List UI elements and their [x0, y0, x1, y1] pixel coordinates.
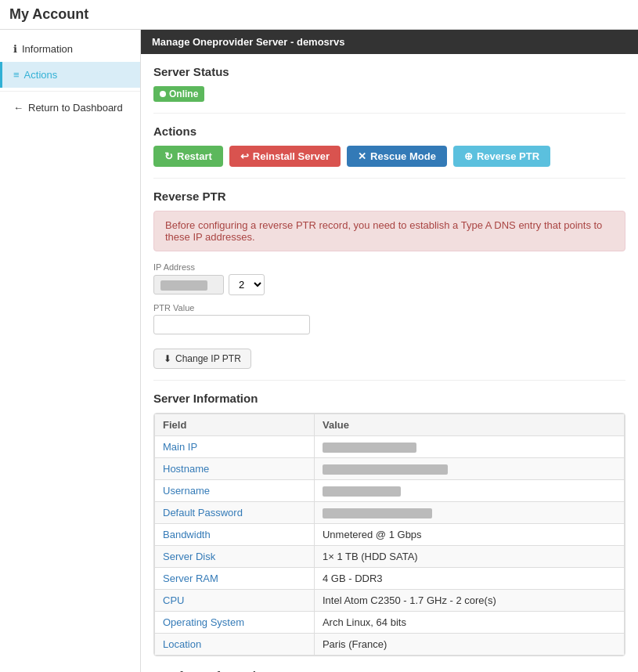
table-row: BandwidthUnmetered @ 1 Gbps: [155, 524, 625, 546]
download-icon: ⬇: [164, 353, 171, 364]
ptr-label: Reverse PTR: [477, 150, 539, 162]
server-info-card-body: Field Value Main IPHostnameUsernameDefau…: [154, 414, 625, 656]
sidebar-divider: [0, 91, 140, 92]
status-label: Online: [169, 89, 198, 99]
reinstall-label: Reinstall Server: [253, 150, 330, 162]
ip-address-group: IP Address 2: [153, 262, 625, 295]
ptr-button[interactable]: ⊕ Reverse PTR: [453, 146, 550, 167]
info-icon: ℹ: [13, 43, 17, 55]
server-info-table: Field Value Main IPHostnameUsernameDefau…: [154, 414, 625, 656]
sidebar-item-dashboard[interactable]: ← Return to Dashboard: [0, 95, 140, 121]
ip-address-label: IP Address: [153, 262, 625, 272]
ptr-icon: ⊕: [464, 150, 473, 162]
ip-blurred: [160, 280, 207, 291]
change-ptr-button[interactable]: ⬇ Change IP PTR: [153, 349, 251, 369]
field-cell: Server Disk: [155, 546, 315, 568]
back-icon: ←: [13, 102, 23, 114]
value-blurred: [323, 464, 448, 475]
reinstall-button[interactable]: ↩ Reinstall Server: [229, 146, 341, 167]
reverse-ptr-title: Reverse PTR: [153, 190, 625, 203]
rescue-icon: ✕: [358, 150, 366, 162]
interface-info-title: Interface Information: [153, 669, 625, 672]
value-cell: Paris (France): [314, 634, 624, 656]
actions-icon: ≡: [13, 69, 20, 81]
server-info-title: Server Information: [153, 392, 625, 405]
table-row: Operating SystemArch Linux, 64 bits: [155, 612, 625, 634]
rescue-label: Rescue Mode: [370, 150, 436, 162]
field-cell: Operating System: [155, 612, 315, 634]
ptr-value-input[interactable]: [153, 315, 310, 334]
divider-2: [153, 178, 625, 179]
restart-button[interactable]: ↻ Restart: [153, 146, 223, 167]
field-cell: Hostname: [155, 458, 315, 480]
value-blurred: [323, 443, 416, 453]
reinstall-icon: ↩: [240, 150, 249, 162]
content-area: Server Status Online Actions ↻ Restart ↩…: [141, 54, 638, 672]
value-cell: [314, 436, 624, 458]
field-cell: Username: [155, 480, 315, 502]
value-cell: [314, 458, 624, 480]
ptr-alert: Before configuring a reverse PTR record,…: [153, 211, 625, 251]
sidebar-item-actions[interactable]: ≡ Actions: [0, 62, 140, 88]
value-cell: Unmetered @ 1 Gbps: [314, 524, 624, 546]
ptr-value-label: PTR Value: [153, 303, 625, 313]
value-cell: 1× 1 TB (HDD SATA): [314, 546, 624, 568]
status-badge: Online: [153, 86, 204, 102]
sidebar-item-information[interactable]: ℹ Information: [0, 36, 140, 62]
sidebar-item-dashboard-label: Return to Dashboard: [28, 102, 123, 114]
divider-1: [153, 113, 625, 114]
server-info-card: Field Value Main IPHostnameUsernameDefau…: [153, 413, 625, 656]
field-cell: Main IP: [155, 436, 315, 458]
ptr-alert-text: Before configuring a reverse PTR record,…: [165, 219, 602, 243]
divider-3: [153, 380, 625, 381]
value-cell: [314, 502, 624, 524]
value-cell: [314, 480, 624, 502]
table-row: LocationParis (France): [155, 634, 625, 656]
restart-label: Restart: [177, 150, 212, 162]
field-cell: Bandwidth: [155, 524, 315, 546]
table-row: Server Disk1× 1 TB (HDD SATA): [155, 546, 625, 568]
ptr-value-group: PTR Value: [153, 303, 625, 334]
section-header: Manage Oneprovider Server - demosrvs: [141, 30, 638, 54]
table-row: Hostname: [155, 458, 625, 480]
ip-select[interactable]: 2: [229, 274, 265, 295]
table-row: Default Password: [155, 502, 625, 524]
page-title: My Account: [0, 0, 638, 30]
ip-display: [153, 275, 224, 294]
value-cell: 4 GB - DDR3: [314, 568, 624, 590]
col-field-header: Field: [155, 414, 315, 436]
table-row: Main IP: [155, 436, 625, 458]
change-ptr-label: Change IP PTR: [175, 353, 241, 364]
sidebar: ℹ Information ≡ Actions ← Return to Dash…: [0, 30, 141, 672]
main-content: Manage Oneprovider Server - demosrvs Ser…: [141, 30, 638, 672]
value-blurred: [323, 508, 432, 518]
actions-section-title: Actions: [153, 125, 625, 138]
field-cell: Location: [155, 634, 315, 656]
table-row: CPUIntel Atom C2350 - 1.7 GHz - 2 core(s…: [155, 590, 625, 612]
sidebar-item-actions-label: Actions: [24, 69, 58, 81]
restart-icon: ↻: [164, 150, 173, 162]
header-title: Manage Oneprovider Server - demosrvs: [152, 36, 344, 48]
field-cell: CPU: [155, 590, 315, 612]
sidebar-item-information-label: Information: [22, 43, 73, 55]
actions-buttons-row: ↻ Restart ↩ Reinstall Server ✕ Rescue Mo…: [153, 146, 625, 167]
ip-address-row: 2: [153, 274, 625, 295]
value-cell: Intel Atom C2350 - 1.7 GHz - 2 core(s): [314, 590, 624, 612]
field-cell: Default Password: [155, 502, 315, 524]
col-value-header: Value: [314, 414, 624, 436]
status-dot: [160, 91, 166, 97]
table-row: Server RAM4 GB - DDR3: [155, 568, 625, 590]
field-cell: Server RAM: [155, 568, 315, 590]
rescue-button[interactable]: ✕ Rescue Mode: [347, 146, 447, 167]
server-status-title: Server Status: [153, 65, 625, 78]
value-blurred: [323, 486, 401, 497]
value-cell: Arch Linux, 64 bits: [314, 612, 624, 634]
table-row: Username: [155, 480, 625, 502]
